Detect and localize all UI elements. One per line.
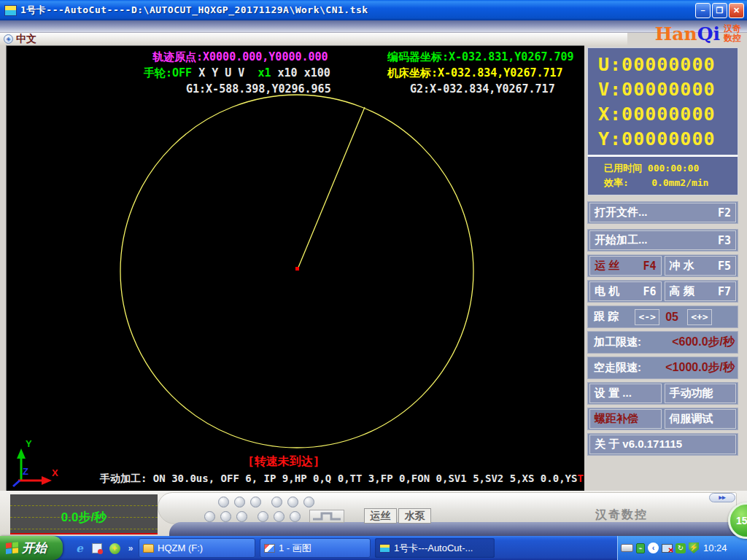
dro-v: V:00000000: [598, 77, 738, 102]
cut-speed-limit[interactable]: 加工限速: <600.0步/秒: [587, 331, 738, 354]
speed-warning: [转速未到达]: [247, 454, 320, 470]
system-tray: ⌁ ‹ ✕ ↻ ⚡ 10:24: [617, 536, 747, 560]
led-group-4: [258, 511, 306, 522]
track-plus-button[interactable]: <+>: [687, 309, 712, 325]
task-paint[interactable]: 1 - 画图: [260, 538, 371, 558]
manual-function-button[interactable]: 手动功能: [665, 384, 737, 403]
restore-button[interactable]: ❐: [712, 3, 727, 18]
expand-button[interactable]: ▸▸: [709, 493, 735, 502]
menu-bar: ◈ 中文: [0, 33, 627, 45]
time-display: 已用时间 000:00:00 效率: 0.0mm2/min: [587, 155, 738, 195]
servo-debug-button[interactable]: 伺服调试: [665, 409, 737, 429]
efficiency: 效率: 0.0mm2/min: [604, 176, 738, 190]
motor-button[interactable]: 电 机F6: [589, 281, 662, 301]
dro-u: U:00000000: [598, 52, 738, 77]
handwheel-row: 手轮:OFF X Y U V x1 x10 x100: [144, 66, 330, 80]
title-bar: 1号卡---AutoCut----D:\AUTOCUT_HQXGP_201711…: [0, 0, 747, 20]
menu-language[interactable]: 中文: [16, 33, 36, 46]
water-button[interactable]: 冲 水F5: [665, 256, 737, 276]
wire-run-button[interactable]: 运 丝F4: [589, 256, 662, 276]
windows-logo-icon: [6, 542, 19, 555]
logo-han: Han: [655, 23, 697, 44]
close-button[interactable]: ✕: [729, 3, 744, 18]
work-canvas: 轨迹原点:X0000.000,Y0000.000 编码器坐标:X-032.831…: [6, 45, 584, 491]
settings-button[interactable]: 设 置 ...: [589, 384, 662, 403]
ie-quicklaunch-icon[interactable]: e: [73, 542, 86, 555]
status-panel-footer: [169, 522, 747, 536]
axis-indicator: Y X Z: [9, 408, 68, 488]
led-group-3: [204, 511, 252, 522]
wire-toggle-button[interactable]: 运丝: [364, 508, 397, 524]
handwheel-label: 手轮:: [144, 66, 172, 79]
hanqi-logo: HanQi 汉奇 数控: [632, 22, 741, 45]
app-icon: [4, 5, 17, 16]
hide-icons-chevron[interactable]: ‹: [648, 542, 659, 553]
axis-y-label: Y: [26, 438, 32, 449]
led-group-2: [271, 497, 320, 508]
led-group-1: [218, 497, 266, 508]
network-disconnected-icon[interactable]: ✕: [662, 544, 673, 553]
led-indicator: [220, 511, 231, 522]
machine-coords: 机床坐标:X-032.834,Y0267.717: [387, 66, 563, 80]
taskbar: 开始 e + » HQZM (F:) 1 - 画图 1号卡---AutoCut-…: [0, 536, 747, 560]
g1-coords: G1:X-588.398,Y0296.965: [186, 82, 331, 96]
encoder-coords: 编码器坐标:X-032.831,Y0267.709: [387, 50, 574, 64]
led-indicator: [303, 497, 314, 508]
idle-speed-limit[interactable]: 空走限速: <1000.0步/秒: [587, 357, 738, 379]
pitch-compensation-button[interactable]: 螺距补偿: [589, 409, 662, 429]
control-panel: U:00000000 V:00000000 X:00000000 Y:00000…: [584, 45, 741, 491]
open-file-button[interactable]: 打开文件...F2: [589, 203, 736, 222]
start-machining-button[interactable]: 开始加工...F3: [589, 230, 736, 250]
clock: 10:24: [703, 542, 727, 553]
quicklaunch-overflow-chevron[interactable]: »: [124, 542, 137, 555]
elapsed-time: 已用时间 000:00:00: [604, 161, 738, 176]
led-indicator: [271, 497, 282, 508]
axis-z-label: Z: [23, 466, 28, 477]
logo-qi: Qi: [697, 23, 720, 44]
led-indicator: [258, 511, 268, 522]
track-minus-button[interactable]: <->: [635, 309, 659, 325]
logo-cn-bottom: 数控: [724, 34, 741, 43]
about-button[interactable]: 关 于 v6.0.171115: [589, 435, 736, 454]
led-indicator: [234, 497, 245, 508]
task-hqzm-drive[interactable]: HQZM (F:): [139, 538, 255, 558]
shield-tray-icon[interactable]: ⚡: [689, 542, 699, 553]
application-window: 1号卡---AutoCut----D:\AUTOCUT_HQXGP_201711…: [0, 0, 747, 560]
task-autocut[interactable]: 1号卡---AutoCut-...: [375, 538, 495, 558]
pump-toggle-button[interactable]: 水泵: [398, 508, 431, 524]
minimize-button[interactable]: –: [695, 3, 711, 18]
track-label: 跟 踪: [588, 310, 619, 324]
start-button[interactable]: 开始: [0, 536, 63, 560]
handwheel-axes[interactable]: X Y U V: [198, 66, 244, 79]
speed-graph: 0.0步/秒: [10, 494, 158, 534]
handwheel-mult-x1[interactable]: x1: [258, 66, 271, 79]
led-indicator: [236, 511, 247, 522]
network-error-x: ✕: [668, 547, 674, 554]
language-icon: ◈: [4, 34, 13, 44]
high-frequency-button[interactable]: 高 频F7: [665, 281, 737, 301]
dro-x: X:00000000: [598, 102, 738, 127]
pulse-icon: [311, 511, 342, 521]
sync-tray-icon[interactable]: ↻: [676, 543, 686, 553]
paint-icon: [264, 544, 275, 553]
explorer-quicklaunch-icon[interactable]: [90, 542, 104, 555]
led-indicator: [204, 511, 215, 522]
origin-coords: 轨迹原点:X0000.000,Y0000.000: [152, 50, 328, 64]
led-indicator: [250, 497, 261, 508]
handwheel-state[interactable]: OFF: [172, 66, 192, 79]
speed-baseline: [10, 533, 158, 534]
autocut-icon: [379, 544, 390, 553]
led-indicator: [290, 511, 301, 522]
handwheel-mult-rest[interactable]: x10 x100: [278, 66, 330, 79]
track-value: 05: [665, 311, 681, 324]
led-indicator: [218, 497, 229, 508]
led-indicator: [287, 497, 298, 508]
g2-coords: G2:X-032.834,Y0267.717: [410, 82, 555, 96]
manual-params-line: 手动加工: ON 30.0us, OFF 6, IP 9,HP 0,Q 0,TT…: [100, 472, 602, 486]
updater-quicklaunch-icon[interactable]: +: [108, 542, 121, 555]
pulse-button[interactable]: [309, 510, 344, 523]
usb-tray-icon[interactable]: ⌁: [636, 543, 645, 553]
trajectory-drawing: [7, 46, 585, 491]
keyboard-tray-icon[interactable]: [621, 544, 633, 552]
dro-y: Y:00000000: [598, 127, 738, 152]
